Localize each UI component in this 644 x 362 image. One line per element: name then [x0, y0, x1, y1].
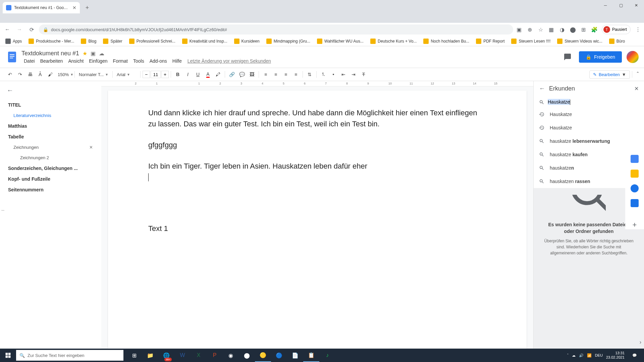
menu-hilfe[interactable]: Hilfe [170, 58, 184, 64]
comment-button[interactable]: 💬 [237, 70, 247, 79]
explore-search-input[interactable]: Hauskatze [548, 99, 639, 105]
bookmark-item[interactable]: Steuern Videos wic... [554, 37, 605, 45]
outline-item-remove-icon[interactable]: ✕ [89, 145, 93, 150]
volume-icon[interactable]: 🔊 [579, 353, 584, 358]
bookmark-item[interactable]: PDF Report [473, 37, 507, 45]
outline-item[interactable]: Kopf- und Fußzeile [7, 174, 94, 184]
star-document-icon[interactable]: ★ [83, 50, 87, 57]
explore-back-button[interactable]: ← [539, 85, 545, 92]
search-suggestion[interactable]: Hauskatze [534, 108, 644, 121]
window-close-button[interactable]: ✕ [629, 0, 644, 11]
indent-decrease-button[interactable]: ⇤ [339, 70, 348, 79]
keep-rail-icon[interactable] [631, 170, 639, 178]
profile-paused-button[interactable]: T Pausiert [602, 25, 631, 34]
align-center-button[interactable]: ≡ [271, 70, 280, 79]
highlight-button[interactable]: 🖍 [213, 70, 223, 79]
document-page[interactable]: Und dann klicke ich hier drauf und sprec… [108, 90, 527, 359]
bulleted-list-button[interactable]: • [329, 70, 338, 79]
print-button[interactable]: 🖶 [25, 70, 35, 79]
bookmark-item[interactable]: Noch hochladen Bu... [421, 37, 472, 45]
rail-expand-icon[interactable]: › [640, 339, 641, 345]
tasks-rail-icon[interactable] [631, 184, 639, 192]
bookmark-item[interactable]: Produktsuche - Mer... [26, 37, 77, 45]
ext2-icon[interactable]: ⬤ [570, 26, 576, 33]
bookmark-item[interactable]: Mindmapping (Gru... [264, 37, 313, 45]
bookmark-item[interactable]: Blog [78, 37, 99, 45]
extensions-icon[interactable]: 🧩 [591, 26, 598, 33]
align-left-button[interactable]: ≡ [261, 70, 270, 79]
move-document-icon[interactable]: ▣ [91, 50, 96, 57]
contacts-rail-icon[interactable] [631, 199, 639, 207]
edge-icon[interactable]: 🌐99+ [158, 349, 174, 362]
task-view-icon[interactable]: ⊞ [126, 349, 142, 362]
underline-button[interactable]: U [193, 70, 203, 79]
spellcheck-button[interactable]: Ǎ [36, 70, 45, 79]
cloud-status-icon[interactable]: ☁ [99, 50, 104, 57]
menu-format[interactable]: Format [111, 58, 130, 64]
outline-collapse-icon[interactable]: ← [7, 86, 94, 94]
nav-reload-button[interactable]: ⟳ [27, 25, 36, 34]
menu-einfügen[interactable]: Einfügen [87, 58, 110, 64]
menu-ansicht[interactable]: Ansicht [66, 58, 86, 64]
text-color-button[interactable]: A [203, 70, 213, 79]
last-edit-link[interactable]: Letzte Änderung vor wenigen Sekunden [185, 58, 274, 64]
taskbar-search-input[interactable]: 🔍 Zur Suche Text hier eingeben [16, 350, 123, 361]
nav-forward-button[interactable]: → [15, 25, 24, 34]
document-paragraph[interactable]: gfggfggg [148, 139, 486, 150]
user-avatar[interactable] [627, 51, 639, 63]
line-spacing-button[interactable]: ⇅ [305, 70, 314, 79]
menu-bearbeiten[interactable]: Bearbeiten [38, 58, 65, 64]
docs-logo[interactable] [5, 50, 19, 64]
explore-close-button[interactable]: ✕ [634, 85, 639, 92]
browser-tab[interactable]: Textdokument neu #1 - Google D ✕ [3, 2, 80, 13]
collapse-toolbar-button[interactable]: ˆ [637, 71, 639, 77]
onedrive-icon[interactable]: ☁ [572, 353, 576, 358]
align-justify-button[interactable]: ≡ [291, 70, 301, 79]
tab-close-icon[interactable]: ✕ [72, 5, 76, 10]
new-tab-button[interactable]: + [83, 3, 92, 12]
font-size-increase[interactable]: + [161, 71, 169, 78]
spotify-icon[interactable]: ♪ [319, 349, 335, 362]
search-suggestion[interactable]: Hauskatze [534, 121, 644, 134]
document-title[interactable]: Textdokument neu #1 [21, 50, 79, 57]
notifications-icon[interactable]: 💬 [628, 353, 641, 358]
font-size-decrease[interactable]: − [143, 71, 150, 78]
font-size-value[interactable]: 11 [151, 71, 161, 78]
ext1-icon[interactable]: ◑ [559, 26, 566, 33]
bookmark-item[interactable]: Steuern Lesen !!!! [508, 37, 553, 45]
windows-start-button[interactable] [0, 349, 16, 362]
menu-tools[interactable]: Tools [131, 58, 147, 64]
paragraph-style-select[interactable]: Normaler T...▼ [77, 70, 110, 79]
outline-item[interactable]: Tabelle [7, 131, 94, 142]
language-indicator[interactable]: DEU [595, 353, 603, 357]
indent-increase-button[interactable]: ⇥ [349, 70, 358, 79]
comments-button[interactable] [561, 50, 574, 64]
outline-item[interactable]: Seitennummern [7, 184, 94, 195]
editing-mode-select[interactable]: ✎ Bearbeiten ▼ [589, 70, 630, 79]
tray-chevron-icon[interactable]: ˆ [567, 353, 569, 357]
window-minimize-button[interactable]: ─ [598, 0, 613, 11]
app2-icon[interactable]: 📄 [287, 349, 303, 362]
redo-button[interactable]: ↷ [15, 70, 25, 79]
excel-icon[interactable]: X [191, 349, 207, 362]
paint-format-button[interactable]: 🖌 [46, 70, 55, 79]
bold-button[interactable]: B [173, 70, 182, 79]
obs-icon[interactable]: ⬤ [239, 349, 255, 362]
zoom-icon[interactable]: ⊕ [527, 26, 533, 33]
powerpoint-icon[interactable]: P [207, 349, 223, 362]
align-right-button[interactable]: ≡ [281, 70, 290, 79]
bookmark-item[interactable]: Kursideen [231, 37, 262, 45]
clear-formatting-button[interactable]: T [359, 70, 368, 79]
address-bar[interactable]: 🔒 docs.google.com/document/d/1hUH8k6h7Lb… [39, 24, 513, 35]
add-rail-icon[interactable]: + [633, 221, 637, 229]
document-paragraph[interactable]: Text 1 [148, 223, 486, 234]
nav-back-button[interactable]: ← [3, 25, 12, 34]
share-button[interactable]: 🔒 Freigeben [579, 51, 622, 63]
system-clock[interactable]: 13:31 23.02.2021 [606, 351, 625, 360]
bookmark-item[interactable]: Später [100, 37, 125, 45]
numbered-list-button[interactable]: ⒈ [319, 70, 328, 79]
zoom-select[interactable]: 150%▼ [56, 70, 72, 79]
star-icon[interactable]: ☆ [537, 26, 544, 33]
wifi-icon[interactable]: 📶 [587, 353, 592, 358]
menu-datei[interactable]: Datei [21, 58, 37, 64]
